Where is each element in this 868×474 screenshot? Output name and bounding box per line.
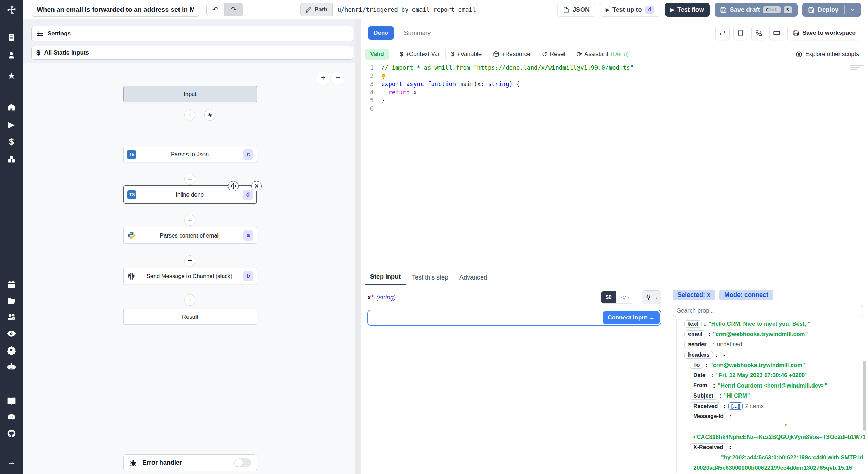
prop-key-pill[interactable]: Subject [690, 392, 717, 400]
prop-key-pill[interactable]: Received [690, 402, 721, 410]
flow-settings-button[interactable]: Settings [31, 26, 353, 41]
error-handler-toggle[interactable] [234, 458, 251, 467]
flow-node-c[interactable]: TS Parses to Json c [123, 147, 257, 162]
schedules-calendar-icon[interactable] [0, 277, 23, 291]
collapse-toggle[interactable]: - [720, 351, 728, 358]
json-prop-row[interactable]: To:"crm@webhooks.trywindmill.com" [684, 360, 865, 370]
collapse-toggle[interactable]: [...] [728, 402, 743, 410]
add-step-button[interactable]: + [184, 255, 195, 266]
phone-trigger-button[interactable] [751, 26, 766, 40]
add-step-button[interactable]: + [184, 215, 195, 226]
chevron-down-icon[interactable] [849, 7, 856, 13]
prop-key-pill[interactable]: headers [684, 351, 713, 359]
redo-button[interactable]: ↷ [225, 3, 243, 16]
minimap[interactable] [850, 65, 864, 72]
save-to-workspace-button[interactable]: Save to workspace [787, 26, 861, 40]
move-step-button[interactable] [228, 181, 239, 191]
groups-users-icon[interactable] [0, 310, 23, 324]
settings-gear-icon[interactable] [0, 343, 23, 357]
trigger-bolt-button[interactable] [204, 109, 216, 121]
language-badge[interactable]: Deno [368, 26, 394, 40]
flow-node-b[interactable]: Send Message to Channel (slack) b [123, 268, 257, 284]
discord-icon[interactable] [0, 410, 23, 424]
zoom-in-button[interactable]: + [317, 72, 329, 84]
code-line[interactable]: 1// import * as wmill from "https://deno… [361, 64, 868, 72]
flow-title-input[interactable] [32, 3, 199, 17]
prop-key-pill[interactable]: Message-Id [690, 413, 727, 420]
delete-step-button[interactable]: ✕ [251, 181, 262, 191]
code-line[interactable]: 5} [361, 97, 868, 105]
code-line[interactable]: 6 [361, 105, 868, 113]
workers-robot-icon[interactable] [0, 359, 23, 373]
lightbulb-icon[interactable] [381, 73, 386, 79]
diff-swap-button[interactable]: ⇄ [715, 26, 730, 40]
tab-advanced[interactable]: Advanced [454, 274, 493, 285]
deploy-button[interactable]: Deploy [802, 3, 861, 17]
code-line[interactable]: 4 return x [361, 89, 868, 97]
add-step-button[interactable]: + [184, 294, 195, 306]
json-prop-row[interactable]: <CAC818hk4NphcENz=iKcz2BQGUjkVym8Vos=TSO… [684, 432, 865, 442]
connect-plug-button[interactable]: → [642, 290, 661, 304]
add-variable-button[interactable]: $+Variable [446, 51, 487, 58]
prop-key-pill[interactable]: Date [690, 372, 709, 379]
github-icon[interactable] [0, 426, 23, 440]
test-up-to-button[interactable]: ▶ Test up to d [600, 3, 660, 17]
json-prop-row[interactable]: text:"Hello CRM, Nice to meet you. Best,… [684, 319, 865, 329]
prop-key-pill[interactable]: text [684, 320, 702, 328]
docs-book-icon[interactable] [0, 394, 23, 408]
home-icon[interactable] [0, 100, 23, 114]
variables-dollar-icon[interactable]: $ [0, 135, 23, 149]
resources-cubes-icon[interactable] [0, 152, 23, 166]
tab-step-input[interactable]: Step Input [365, 273, 406, 285]
flow-node-input[interactable]: Input [123, 86, 257, 102]
path-value[interactable]: u/henri/triggered_by_email_report_email [332, 3, 478, 16]
runs-play-icon[interactable]: ▶ [0, 118, 23, 132]
user-icon[interactable] [0, 48, 23, 62]
prop-key-pill[interactable]: From [690, 382, 711, 389]
code-line[interactable]: 3export async function main(x: string) { [361, 80, 868, 89]
workspace-building-icon[interactable] [0, 31, 23, 44]
tab-test-this-step[interactable]: Test this step [406, 274, 454, 285]
json-prop-row[interactable]: Date:"Fri, 12 May 2023 07:30:46 +0200" [684, 370, 865, 381]
favorites-star-icon[interactable]: ★ [0, 69, 23, 83]
audit-eye-icon[interactable] [0, 327, 23, 341]
json-prop-row[interactable]: headers:- [684, 350, 865, 360]
path-edit-button[interactable]: Path [300, 3, 332, 16]
prop-key-pill[interactable]: email [684, 330, 706, 338]
flow-node-result[interactable]: Result [123, 309, 257, 325]
collapse-arrow-icon[interactable]: → [0, 455, 23, 469]
explore-other-scripts-button[interactable]: Explore other scripts [796, 51, 864, 58]
add-step-button[interactable]: + [184, 174, 195, 185]
flow-node-a[interactable]: Parses content of email a [123, 227, 257, 244]
folders-icon[interactable] [0, 294, 23, 308]
windmill-logo[interactable] [0, 0, 23, 19]
code-mode-segment[interactable]: </> [616, 291, 634, 303]
json-prop-row[interactable]: Subject:"Hi CRM" [684, 391, 865, 401]
json-button[interactable]: JSON [557, 3, 595, 17]
error-handler-card[interactable]: Error handler [123, 454, 257, 471]
landscape-view-button[interactable] [769, 26, 784, 40]
search-prop-input[interactable] [673, 305, 863, 317]
static-mode-segment[interactable]: $0 [601, 291, 616, 303]
flow-canvas[interactable]: + − Input + TS Parses to [23, 63, 355, 474]
undo-button[interactable]: ↶ [206, 3, 225, 16]
json-prop-row[interactable]: "by 2002:ad4:5c63:0:b0:622:199c:c4d0 wit… [684, 452, 865, 463]
add-context-var-button[interactable]: $+Context Var [394, 51, 445, 58]
json-prop-row[interactable]: " [684, 422, 865, 432]
x-value-input[interactable] [369, 311, 603, 324]
json-prop-row[interactable]: Message-Id: [684, 411, 865, 422]
prop-key-pill[interactable]: To [690, 361, 703, 369]
assistant-button[interactable]: ⟳Assistant(Deno) [571, 50, 634, 58]
add-step-button[interactable]: + [184, 109, 195, 120]
panel-divider[interactable] [355, 19, 361, 474]
all-static-inputs-button[interactable]: $ All Static Inputs [31, 46, 353, 60]
prop-key-pill[interactable]: X-Received [690, 443, 727, 451]
summary-input[interactable] [399, 26, 710, 40]
code-editor[interactable]: 1// import * as wmill from "https://deno… [361, 62, 868, 269]
json-prop-row[interactable]: X-Received: [684, 442, 865, 452]
mobile-view-button[interactable] [733, 26, 748, 40]
json-prop-row[interactable]: Received:[...]2 items [684, 401, 865, 411]
code-line[interactable]: 2 [361, 72, 868, 81]
connect-input-button[interactable]: Connect input → [603, 311, 660, 324]
reset-button[interactable]: ↺Reset [536, 50, 571, 58]
